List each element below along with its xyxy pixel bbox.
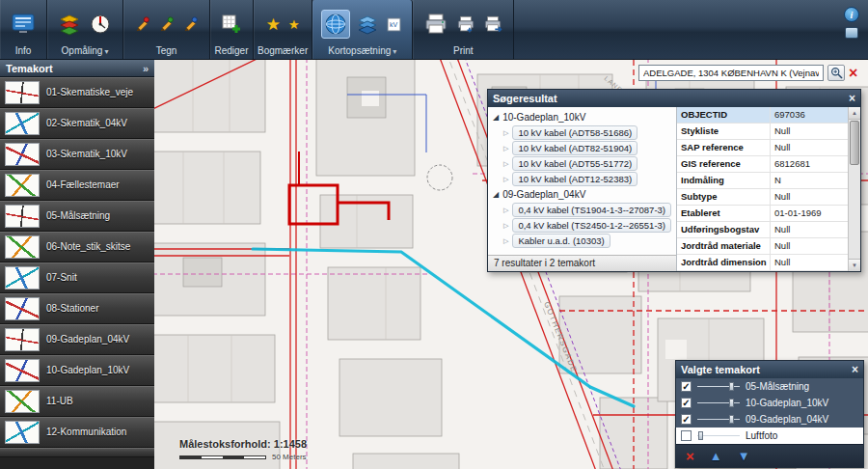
draw-red-button[interactable] (132, 14, 152, 35)
attribute-row[interactable]: OBJECTID697036 (677, 107, 848, 124)
toolbar-group-label: Kortopsætning▾ (316, 45, 408, 57)
bookmark-add-button[interactable]: ★ (286, 16, 302, 33)
sidebar-item-partial[interactable] (0, 448, 154, 457)
collapse-icon[interactable]: » (143, 63, 149, 74)
kv-badge-icon: kV (387, 17, 401, 32)
tree-item[interactable]: ▷10 kV kabel (ADT82-51904) (503, 141, 672, 155)
sidebar-header: Temakort » (0, 60, 154, 77)
attribute-row[interactable]: GIS reference6812681 (677, 156, 848, 173)
thumbnail (5, 390, 40, 413)
attribute-row[interactable]: SubtypeNull (677, 189, 848, 206)
sidebar-item-01-skematiske-veje[interactable]: 01-Skematiske_veje (0, 77, 154, 108)
layer-checkbox[interactable]: ✓ (681, 414, 692, 425)
toolbar-group-print: Print (413, 0, 514, 59)
tree-item[interactable]: ▷10 kV kabel (ADT12-52383) (503, 172, 672, 186)
info-icon (11, 12, 36, 37)
remove-layer-icon[interactable]: × (686, 450, 694, 463)
sidebar-item-10-gadeplan-10kv[interactable]: 10-Gadeplan_10kV (0, 355, 154, 386)
attribute-row[interactable]: StyklisteNull (677, 124, 848, 140)
sidebar-item-12-kommunikation[interactable]: 12-Kommunikation (0, 417, 154, 448)
scroll-down-icon[interactable]: ▼ (849, 259, 860, 271)
attribute-row[interactable]: Jordtråd dimensionNull (677, 255, 848, 271)
scrollbar[interactable]: ▲ ▼ (848, 107, 860, 271)
printer-icon (423, 12, 448, 37)
edit-add-button[interactable] (219, 12, 244, 37)
tree-group[interactable]: ◢10-Gadeplan_10kV (492, 110, 672, 124)
toolbar-group-label: Rediger (214, 45, 249, 57)
search-input[interactable] (638, 65, 824, 81)
kv-map-button[interactable]: kV (385, 15, 403, 34)
draw-green-button[interactable] (156, 14, 176, 35)
panel-title: Søgeresultat (493, 93, 557, 104)
opacity-slider[interactable] (697, 431, 740, 440)
slider-thumb[interactable] (729, 415, 734, 424)
sidebar-item-11-ub[interactable]: 11-UB (0, 386, 154, 417)
sidebar-item-06-note-stik-skitse[interactable]: 06-Note_stik_skitse (0, 232, 154, 262)
layer-checkbox[interactable] (681, 430, 692, 441)
overview-window-icon[interactable] (845, 27, 858, 39)
sidebar-item-08-stationer[interactable]: 08-Stationer (0, 293, 154, 324)
toolbar-group-bogmaerker: ★ ★ Bogmærker (254, 0, 312, 59)
layer-row-luftfoto[interactable]: Luftfoto (676, 428, 863, 444)
draw-pencil-blue-icon (182, 16, 199, 33)
attribute-row[interactable]: UdføringsbogstavNull (677, 222, 848, 238)
tree-item-icon: ▷ (503, 237, 508, 245)
layer-row-10-gadeplan-10kv[interactable]: ✓ 10-Gadeplan_10kV (676, 395, 863, 411)
bookmark-star-icon: ★ (266, 15, 281, 34)
tree-item[interactable]: ▷10 kV kabel (ADT58-51686) (503, 125, 672, 140)
clear-search-icon[interactable]: × (849, 66, 857, 81)
tree-group[interactable]: ◢09-Gadeplan_04kV (492, 187, 672, 202)
close-icon[interactable]: × (852, 364, 858, 375)
opacity-slider[interactable] (697, 415, 740, 424)
tree-item[interactable]: ▷0,4 kV kabel (TS1904-1-3--27087-3) (503, 203, 672, 217)
layer-row-05-maalsaetning[interactable]: ✓ 05-Målsætning (676, 378, 863, 395)
scroll-up-icon[interactable]: ▲ (849, 107, 860, 120)
thumbnail (5, 297, 40, 320)
print-setup-button[interactable] (454, 13, 477, 36)
sidebar-item-07-snit[interactable]: 07-Snit (0, 262, 154, 293)
zoom-search-button[interactable] (827, 65, 845, 81)
scale-label: Målestoksforhold: 1:1458 (179, 438, 307, 450)
print-export-button[interactable] (481, 13, 504, 36)
sidebar-item-02-skematik-04kv[interactable]: 02-Skematik_04kV (0, 108, 154, 139)
sidebar-item-03-skematik-10kv[interactable]: 03-Skematik_10kV (0, 139, 154, 170)
bookmark-button[interactable]: ★ (264, 14, 283, 35)
sidebar-item-05-maalsaetning[interactable]: 05-Målsætning (0, 201, 154, 232)
attribute-row[interactable]: Jordtråd materialeNull (677, 238, 848, 255)
layer-checkbox[interactable]: ✓ (681, 398, 692, 408)
tree-item[interactable]: ▷Kabler u.a.d. (10303) (503, 234, 672, 248)
draw-blue-button[interactable] (180, 14, 201, 35)
toolbar-group-opmaaling: Opmåling▾ (47, 0, 123, 59)
globe-button[interactable] (321, 10, 350, 39)
tree-item[interactable]: ▷0,4 kV kabel (TS2450-1-2--26551-3) (503, 218, 672, 233)
move-layer-down-icon[interactable]: ▼ (738, 450, 750, 463)
scale-indicator: Målestoksforhold: 1:1458 50 Meters (179, 438, 307, 461)
compass-button[interactable] (87, 11, 114, 38)
info-button[interactable] (9, 10, 38, 39)
thumbnail (5, 81, 40, 104)
thumbnail (5, 421, 40, 444)
opacity-slider[interactable] (697, 382, 740, 391)
attribute-row[interactable]: SAP referenceNull (677, 140, 848, 156)
tree-item[interactable]: ▷10 kV kabel (ADT55-51772) (503, 156, 672, 171)
close-icon[interactable]: × (849, 93, 855, 104)
toolbar-group-info: Info (0, 0, 47, 59)
scrollbar-thumb[interactable] (850, 121, 859, 165)
attribute-row[interactable]: IndmålingN (677, 173, 848, 189)
attribute-row[interactable]: Etableret01-01-1969 (677, 206, 848, 222)
help-info-icon[interactable]: i (844, 7, 859, 22)
layer-checkbox[interactable]: ✓ (681, 381, 692, 392)
toolbar-group-label: Opmåling▾ (51, 45, 119, 57)
slider-thumb[interactable] (698, 431, 703, 440)
layer-row-09-gadeplan-04kv[interactable]: ✓ 09-Gadeplan_04kV (676, 411, 863, 428)
sidebar-item-09-gadeplan-04kv[interactable]: 09-Gadeplan_04kV (0, 324, 154, 355)
tree-item-icon: ▷ (503, 222, 508, 230)
move-layer-up-icon[interactable]: ▲ (710, 450, 722, 463)
opacity-slider[interactable] (697, 399, 740, 407)
print-button[interactable] (421, 10, 450, 39)
slider-thumb[interactable] (729, 382, 734, 391)
slider-thumb[interactable] (729, 399, 734, 407)
layers-button[interactable] (354, 11, 381, 38)
sidebar-item-04-faellestemaer[interactable]: 04-Fællestemaer (0, 170, 154, 201)
measure-map-button[interactable] (56, 11, 83, 38)
